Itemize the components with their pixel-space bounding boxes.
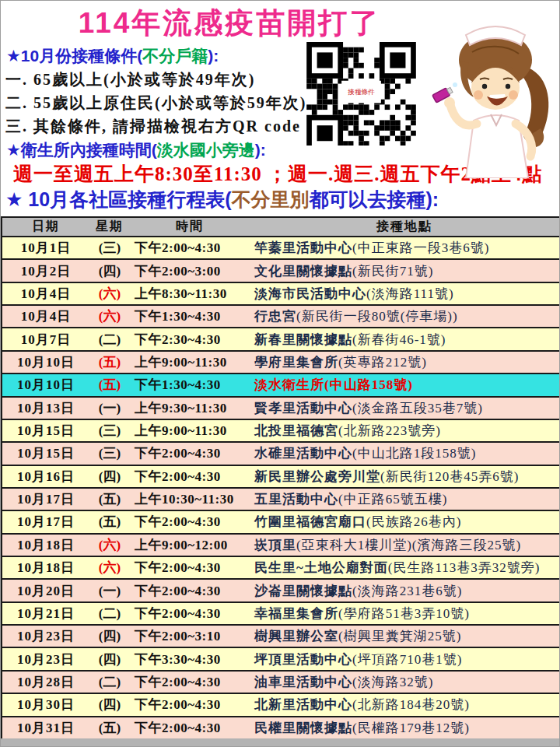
row-location: 學府里集會所(英專路212號): [250, 353, 559, 371]
row-address: (中山北路1段158號): [352, 446, 476, 461]
row-place-name: 竿蓁里活動中心: [254, 240, 352, 255]
row-day: (一): [89, 399, 130, 417]
row-date: 10月10日: [2, 376, 89, 394]
row-day: (四): [89, 627, 130, 645]
table-heading-highlight: 不分里別: [232, 188, 310, 210]
row-location: 沙崙里關懷據點(淡海路231巷6號): [250, 582, 559, 600]
schedule-table: 日期 星期 時間 接種地點 10月1日 (三) 下午2:00~4:30 竿蓁里活…: [1, 216, 560, 740]
conditions-heading-pre: ★10月份接種條件(: [6, 47, 142, 65]
row-place-name: 坪頂里活動中心: [254, 652, 352, 667]
row-address: (亞東科大1樓川堂)(濱海路三段25號): [296, 538, 521, 552]
row-address: (淡海路231巷6號): [352, 584, 462, 598]
row-day: (三): [89, 422, 130, 440]
row-day: (五): [89, 513, 130, 531]
row-date: 10月1日: [2, 239, 89, 257]
row-date: 10月13日: [2, 399, 89, 417]
row-day: (五): [89, 719, 130, 737]
row-address: (中正路65號五樓): [338, 492, 447, 507]
row-address: (新民街120巷45弄6號): [380, 469, 519, 484]
row-time: 下午2:00~4:30: [130, 696, 250, 714]
row-location: 五里活動中心(中正路65號五樓): [250, 490, 559, 508]
row-place-name: 五里活動中心: [254, 492, 338, 507]
schedule-row: 10月2日 (四) 下午2:00~3:00 文化里關懷據點(新民街71號): [2, 258, 559, 281]
row-date: 10月23日: [2, 651, 89, 668]
schedule-row: 10月10日 (五) 下午1:30~4:30 淡水衛生所(中山路158號): [2, 373, 559, 395]
schedule-row: 10月31日 (五) 下午2:00~4:30 民權里關懷據點(民權路179巷12…: [2, 716, 559, 738]
row-time: 下午1:30~4:30: [130, 307, 250, 325]
schedule-row: 10月21日 (二) 下午2:00~4:30 幸福里集會所(學府路51巷3弄10…: [2, 601, 559, 624]
clinic-heading-highlight: 淡水國小旁邊: [157, 141, 255, 159]
row-date: 10月4日: [2, 307, 89, 325]
row-location: 民生里~土地公廟對面(民生路113巷3弄32號旁): [250, 559, 559, 577]
row-time: 下午2:00~4:30: [130, 673, 250, 691]
row-time: 下午2:00~4:30: [130, 605, 250, 622]
row-place-name: 淡海市民活動中心: [254, 286, 366, 301]
row-address: (英專路212號): [338, 355, 427, 370]
row-address: (民權路179巷12號): [352, 721, 470, 735]
header-day: 星期: [89, 219, 130, 235]
row-day: (三): [89, 239, 130, 257]
row-date: 10月15日: [2, 444, 89, 462]
schedule-row: 10月10日 (五) 上午9:00~11:30 學府里集會所(英專路212號): [2, 350, 559, 373]
row-place-name: 學府里集會所: [254, 355, 338, 370]
schedule-row: 10月16日 (四) 下午2:00~4:30 新民里辦公處旁川堂(新民街120巷…: [2, 465, 559, 487]
row-time: 上午9:00~11:30: [130, 422, 250, 440]
row-location: 新春里關懷據點(新春街46-1號): [250, 331, 559, 349]
qr-code: 接種條件: [306, 42, 416, 146]
row-place-name: 民生里~土地公廟對面: [254, 560, 388, 575]
row-date: 10月18日: [2, 536, 89, 554]
row-location: 坪頂里活動中心(坪頂路710巷1號): [250, 651, 559, 668]
row-address: (北新路223號旁): [338, 423, 441, 438]
row-day: (五): [89, 353, 130, 371]
row-date: 10月15日: [2, 422, 89, 440]
row-date: 10月10日: [2, 353, 89, 371]
row-address: (民生路113巷3弄32號旁): [388, 560, 541, 575]
row-location: 賢孝里活動中心(淡金路五段35巷7號): [250, 399, 559, 417]
row-date: 10月4日: [2, 285, 89, 303]
table-heading-post: 都可以去接種):: [310, 188, 439, 210]
row-time: 上午8:30~11:30: [130, 285, 250, 303]
row-time: 下午2:00~4:30: [130, 468, 250, 486]
condition-item-2: 二. 55歲以上原住民(小於或等於59年次): [5, 93, 306, 114]
row-time: 上午9:30~11:30: [130, 399, 250, 417]
schedule-row: 10月20日 (一) 下午2:00~4:30 沙崙里關懷據點(淡海路231巷6號…: [2, 578, 559, 601]
row-date: 10月30日: [2, 696, 89, 714]
header-time: 時間: [130, 219, 250, 235]
row-date: 10月18日: [2, 559, 89, 577]
schedule-row: 10月1日 (三) 下午2:00~4:30 竿蓁里活動中心(中正東路一段3巷6號…: [2, 236, 559, 258]
row-time: 上午9:00~12:00: [130, 536, 250, 554]
row-location: 竹圍里福德宮廟口(民族路26巷內): [250, 513, 559, 531]
row-location: 文化里關懷據點(新民街71號): [250, 262, 559, 280]
row-address: (淡金路五段35巷7號): [352, 401, 483, 416]
row-address: (淡海路32號): [352, 675, 433, 689]
row-time: 下午2:00~4:30: [130, 239, 250, 257]
row-address: (新春街46-1號): [352, 332, 446, 347]
row-time: 上午9:00~11:30: [130, 353, 250, 371]
row-address: (中山路158號): [324, 377, 413, 392]
row-location: 樹興里辦公室(樹興里糞箕湖25號): [250, 627, 559, 645]
row-place-name: 淡水衛生所: [254, 377, 324, 392]
qr-center-label: 接種條件: [347, 88, 375, 96]
row-location: 淡水衛生所(中山路158號): [250, 376, 559, 394]
row-place-name: 幸福里集會所: [254, 606, 338, 621]
row-place-name: 竹圍里福德宮廟口: [254, 514, 366, 529]
clinic-hours-heading: ★衛生所內接種時間(淡水國小旁邊):: [6, 139, 266, 161]
row-day: (一): [89, 582, 130, 600]
row-day: (六): [89, 285, 130, 303]
row-time: 下午2:00~4:30: [130, 582, 250, 600]
row-time: 下午1:30~4:30: [130, 376, 250, 394]
row-time: 下午2:00~4:30: [130, 559, 250, 577]
row-day: (三): [89, 444, 130, 462]
row-address: (學府路51巷3弄10號): [338, 606, 470, 621]
schedule-row: 10月15日 (三) 下午2:00~4:30 水碓里活動中心(中山北路1段158…: [2, 441, 559, 464]
row-date: 10月2日: [2, 262, 89, 280]
row-location: 幸福里集會所(學府路51巷3弄10號): [250, 605, 559, 622]
row-address: (中正東路一段3巷6號): [352, 240, 489, 255]
row-location: 民權里關懷據點(民權路179巷12號): [250, 719, 559, 737]
page-title: 114年流感疫苗開打了: [1, 1, 458, 43]
row-location: 北新里活動中心(北新路184巷20號): [250, 696, 559, 714]
row-day: (五): [89, 376, 130, 394]
row-place-name: 沙崙里關懷據點: [254, 584, 352, 598]
row-address: (民族路26巷內): [366, 514, 461, 529]
row-time: 下午2:00~4:30: [130, 444, 250, 462]
